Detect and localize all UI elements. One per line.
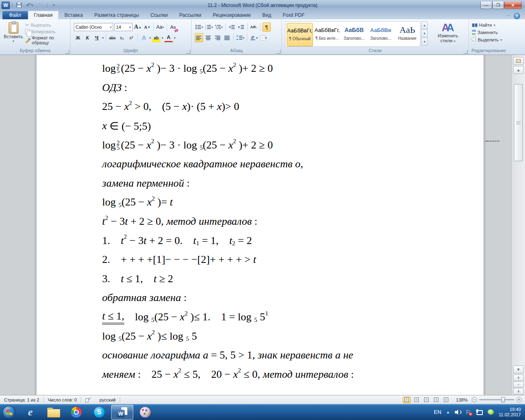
zoom-in-button[interactable]: + — [516, 397, 522, 402]
document-page[interactable]: log25(25 − x2 )− 3 · log 5(25 − x2 )+ 2 … — [36, 55, 484, 395]
style-heading1[interactable]: АаБбВ Заголово... — [341, 23, 367, 46]
tab-home[interactable]: Главная — [28, 11, 59, 19]
doc-line-13[interactable]: обратная замена : — [102, 288, 484, 308]
bold-button[interactable]: Ж — [74, 33, 82, 42]
network-icon[interactable] — [476, 409, 483, 415]
change-styles-button[interactable]: AA Изменить стили ▾ — [433, 23, 463, 43]
shading-button[interactable]: ▾ — [249, 33, 258, 42]
change-case-dropdown[interactable]: ▾ — [162, 25, 164, 29]
doc-line-5[interactable]: log25(25 − x2 )− 3 · log 5(25 − x2 )+ 2 … — [102, 135, 484, 155]
clock[interactable]: 19:40 11.02.2017 — [499, 407, 521, 418]
ruler-toggle-button[interactable] — [513, 57, 524, 65]
taskbar-explorer[interactable] — [42, 405, 64, 420]
borders-button[interactable]: ▾ — [259, 33, 267, 42]
previous-page-button[interactable]: ⇞ — [513, 374, 524, 381]
zoom-handle[interactable] — [501, 397, 505, 402]
taskbar-skype[interactable]: S — [88, 405, 110, 420]
scrollbar-track[interactable] — [514, 75, 523, 365]
tab-file[interactable]: Файл — [2, 11, 28, 19]
select-dropdown[interactable]: ▾ — [500, 38, 502, 42]
save-button[interactable] — [14, 1, 23, 9]
highlight-dropdown[interactable]: ▾ — [162, 36, 163, 40]
print-layout-view-button[interactable] — [403, 397, 411, 403]
subscript-button[interactable]: x₂ — [118, 33, 126, 42]
styles-scroll-down[interactable]: ▼ — [421, 30, 428, 37]
word-count[interactable]: Число слов: 0 — [44, 395, 81, 404]
underline-button[interactable]: Ч — [93, 33, 101, 42]
style-title[interactable]: АаЬ Название — [395, 23, 420, 46]
paste-button[interactable]: Вставить ▾ — [2, 21, 24, 48]
find-dropdown[interactable]: ▾ — [493, 23, 495, 27]
doc-line-10[interactable]: 1. t2 − 3t + 2 = 0. t1 = 1, t2 = 2 — [102, 231, 484, 250]
volume-icon[interactable] — [455, 410, 461, 415]
sort-button[interactable]: АЯ↓ — [250, 23, 258, 32]
shading-dropdown[interactable]: ▾ — [256, 36, 258, 40]
font-color-dropdown[interactable]: ▾ — [174, 36, 176, 40]
undo-button[interactable]: ↶▾ — [25, 1, 34, 9]
increase-indent-button[interactable] — [237, 23, 245, 32]
paste-dropdown-icon[interactable]: ▾ — [13, 39, 14, 43]
close-button[interactable]: ✕ — [504, 2, 522, 9]
styles-scroll-up[interactable]: ▲ — [421, 21, 428, 29]
select-button[interactable]: Выделить▾ — [472, 37, 509, 42]
find-button[interactable]: Найти▾ — [472, 23, 509, 27]
tab-view[interactable]: Вид — [256, 11, 277, 19]
action-center-icon[interactable]: ✕ — [466, 409, 471, 415]
doc-line-16[interactable]: основание логарифма а = 5, 5 > 1, знак н… — [102, 346, 484, 365]
show-marks-button[interactable]: ¶ — [262, 23, 271, 32]
taskbar-paint[interactable] — [134, 405, 156, 420]
font-name-dropdown-icon[interactable]: ▾ — [108, 25, 112, 29]
taskbar-internet-explorer[interactable]: e — [19, 405, 41, 420]
help-button[interactable]: ? — [514, 13, 520, 19]
grow-font-button[interactable]: A▲ — [134, 23, 142, 32]
change-case-button[interactable]: Aa▾ — [156, 23, 164, 32]
doc-line-6[interactable]: логарифмическое квадратное неравенств о, — [102, 155, 484, 174]
language-bar[interactable]: EN — [434, 409, 441, 415]
collapse-ribbon-icon[interactable]: ◠ — [507, 14, 510, 18]
italic-button[interactable]: К — [83, 33, 91, 42]
browse-object-button[interactable]: ○ — [513, 381, 524, 388]
style-normal[interactable]: АаБбВвГг, ¶ Обычный — [287, 23, 313, 46]
zoom-out-button[interactable]: − — [472, 397, 477, 402]
doc-line-7[interactable]: замена перменной : — [102, 174, 484, 193]
doc-line-14[interactable]: t ≤ 1, log 5(25 − x2 )≤ 1. 1 = log 5 51 — [102, 308, 484, 327]
tab-foxit-pdf[interactable]: Foxit PDF — [277, 11, 310, 19]
scroll-up-button[interactable]: ▲ — [513, 66, 524, 74]
font-size-combo[interactable]: 14▾ — [114, 23, 132, 31]
line-spacing-dropdown[interactable]: ▾ — [243, 36, 244, 40]
numbering-button[interactable]: 123▾ — [205, 23, 213, 32]
draft-view-button[interactable] — [442, 397, 450, 403]
word-app-icon[interactable]: W — [2, 2, 10, 9]
green-app-tray-icon[interactable] — [488, 409, 494, 415]
outline-view-button[interactable] — [432, 397, 441, 403]
spellcheck-status[interactable] — [81, 395, 95, 404]
minimize-button[interactable]: — — [480, 2, 492, 9]
doc-line-17[interactable]: меняем : 25 − x2 ≤ 5, 20 − x2 ≤ 0, метод… — [102, 365, 484, 384]
undo-dropdown[interactable]: ▾ — [31, 3, 33, 7]
strikethrough-button[interactable]: abc — [108, 33, 116, 42]
font-color-button[interactable]: A — [164, 33, 173, 42]
bullets-dropdown[interactable]: ▾ — [201, 25, 203, 29]
scrollbar-thumb[interactable] — [514, 84, 523, 161]
tab-review[interactable]: Рецензирование — [207, 11, 257, 19]
tab-insert[interactable]: Вставка — [59, 11, 89, 19]
taskbar-word[interactable]: W — [111, 405, 133, 420]
doc-line-9[interactable]: t2 − 3t + 2 ≥ 0, метод интервалов : — [102, 212, 484, 231]
multilevel-dropdown[interactable]: ▾ — [221, 25, 223, 29]
format-painter-button[interactable]: Формат по образцу — [25, 35, 70, 45]
doc-line-12[interactable]: 3. t ≤ 1, t ≥ 2 — [102, 269, 484, 289]
font-dialog-launcher[interactable] — [186, 50, 190, 54]
doc-line-8[interactable]: log 5(25 − x2 )= t — [102, 193, 484, 212]
styles-gallery-more[interactable]: ▼ — [421, 38, 428, 46]
qat-customize-button[interactable]: ▾ — [49, 1, 58, 9]
align-left-button[interactable] — [195, 33, 203, 42]
doc-line-1[interactable]: log25(25 − x2 )− 3 · log 5(25 − x2 )+ 2 … — [102, 59, 484, 78]
shrink-font-button[interactable]: A▼ — [143, 23, 151, 32]
text-effects-dropdown[interactable]: ▾ — [149, 36, 151, 40]
language-indicator[interactable]: русский — [95, 395, 119, 404]
restore-button[interactable]: ❐ — [492, 2, 504, 9]
underline-dropdown[interactable]: ▾ — [102, 36, 104, 40]
text-effects-button[interactable]: A — [140, 33, 148, 42]
align-center-button[interactable] — [204, 33, 212, 42]
style-heading2[interactable]: АаБбВв Заголово... — [368, 23, 393, 46]
